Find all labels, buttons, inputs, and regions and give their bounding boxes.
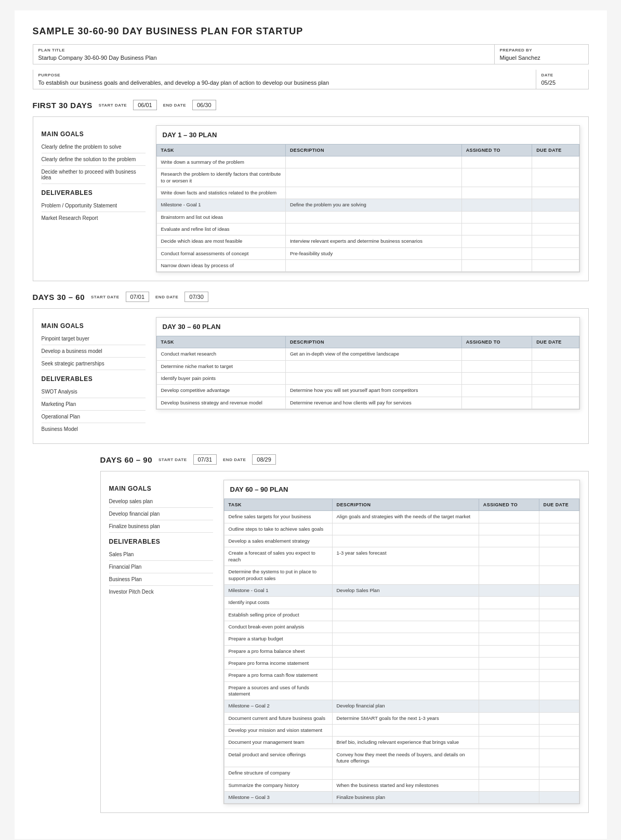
first30-deliverables-title: DELIVERABLES — [42, 189, 146, 196]
cell-assigned — [461, 260, 532, 272]
cell-due — [532, 235, 579, 247]
cell-description — [332, 657, 479, 669]
cell-task: Prepare pro forma income statement — [224, 657, 332, 669]
cell-assigned — [479, 547, 539, 566]
cell-assigned — [461, 187, 532, 199]
cell-task: Document your management team — [224, 737, 332, 749]
first30-th-desc: DESCRIPTION — [285, 145, 461, 156]
days6090-title: DAYS 60 – 90 — [100, 455, 153, 464]
days6090-goals-title: MAIN GOALS — [109, 485, 213, 492]
cell-task: Identify input costs — [224, 597, 332, 609]
days6090-plan-title: DAY 60 – 90 PLAN — [224, 480, 579, 498]
cell-task: Document current and future business goa… — [224, 712, 332, 724]
cell-assigned — [479, 681, 539, 700]
cell-task: Establish selling price of product — [224, 609, 332, 621]
cell-assigned — [479, 792, 539, 804]
days6090-th-due: DUE DATE — [539, 499, 579, 511]
days3060-goal-2: Develop a business model — [42, 345, 146, 358]
days3060-title: DAYS 30 – 60 — [33, 293, 85, 301]
days3060-start-label: START DATE — [91, 295, 119, 299]
cell-description: When the business started and key milest… — [332, 779, 479, 791]
cell-assigned — [479, 645, 539, 657]
cell-description — [332, 670, 479, 681]
cell-task: Identify buyer pain points — [156, 373, 285, 385]
first30-goals-title: MAIN GOALS — [42, 130, 146, 138]
cell-task: Determine niche market to target — [156, 360, 285, 372]
table-row: Determine niche market to target — [156, 360, 579, 372]
cell-due — [532, 168, 579, 187]
cell-assigned — [479, 670, 539, 681]
days3060-del-2: Marketing Plan — [42, 398, 146, 411]
table-row: Milestone – Goal 2Develop financial plan — [224, 700, 579, 712]
cell-description — [285, 187, 461, 199]
days6090-deliverables-title: DELIVERABLES — [109, 538, 213, 545]
table-row: Detail product and service offeringsConv… — [224, 749, 579, 767]
cell-task: Research the problem to identify factors… — [156, 168, 285, 187]
cell-task: Outline steps to take to achieve sales g… — [224, 523, 332, 535]
table-row: Prepare pro forma income statement — [224, 657, 579, 669]
cell-description: Determine SMART goals for the next 1-3 y… — [332, 712, 479, 724]
cell-description — [332, 535, 479, 547]
cell-task: Develop a sales enablement strategy — [224, 535, 332, 547]
cell-task: Milestone – Goal 3 — [224, 792, 332, 804]
cell-due — [539, 749, 579, 767]
cell-due — [539, 712, 579, 724]
table-row: Determine the systems to put in place to… — [224, 566, 579, 585]
table-row: Prepare a pro forma balance sheet — [224, 645, 579, 657]
cell-description — [332, 566, 479, 585]
cell-assigned — [461, 360, 532, 372]
cell-assigned — [461, 397, 532, 409]
cell-task: Write down facts and statistics related … — [156, 187, 285, 199]
cell-description — [285, 168, 461, 187]
cell-description — [332, 633, 479, 645]
table-row: Document your management teamBrief bio, … — [224, 737, 579, 749]
cell-description: Get an in-depth view of the competitive … — [285, 348, 461, 360]
table-row: Develop your mission and vision statemen… — [224, 724, 579, 736]
days6090-section: DAYS 60 – 90 START DATE 07/31 END DATE 0… — [100, 454, 589, 813]
days6090-plan-table-container: DAY 60 – 90 PLAN TASK DESCRIPTION ASSIGN… — [223, 480, 580, 804]
days6090-end-label: END DATE — [223, 457, 246, 462]
table-row: Summarize the company historyWhen the bu… — [224, 779, 579, 791]
cell-due — [539, 779, 579, 791]
cell-task: Define sales targets for your business — [224, 511, 332, 523]
first30-end-label: END DATE — [163, 103, 186, 108]
cell-task: Write down a summary of the problem — [156, 156, 285, 168]
table-row: Conduct formal assessments of conceptPre… — [156, 247, 579, 259]
table-row: Brainstorm and list out ideas — [156, 211, 579, 223]
cell-task: Conduct market research — [156, 348, 285, 360]
cell-due — [539, 566, 579, 585]
cell-assigned — [479, 621, 539, 633]
plan-title-cell: PLAN TITLE Startup Company 30-60-90 Day … — [33, 45, 495, 64]
cell-description — [332, 597, 479, 609]
cell-description — [285, 211, 461, 223]
cell-task: Develop business strategy and revenue mo… — [156, 397, 285, 409]
days3060-deliverables-title: DELIVERABLES — [42, 375, 146, 383]
days6090-del-4: Investor Pitch Deck — [109, 586, 213, 598]
cell-due — [532, 397, 579, 409]
cell-assigned — [479, 779, 539, 791]
days3060-goal-3: Seek strategic partnerships — [42, 358, 146, 370]
cell-assigned — [479, 749, 539, 767]
cell-assigned — [479, 737, 539, 749]
cell-due — [539, 547, 579, 566]
cell-description: Determine how you will set yourself apar… — [285, 385, 461, 397]
cell-due — [532, 156, 579, 168]
days3060-del-4: Business Model — [42, 423, 146, 435]
date-cell: DATE 05/25 — [536, 70, 588, 89]
cell-description: Convey how they meet the needs of buyers… — [332, 749, 479, 767]
table-row: Prepare a startup budget — [224, 633, 579, 645]
first30-table-header-row: TASK DESCRIPTION ASSIGNED TO DUE DATE — [156, 145, 579, 156]
cell-assigned — [461, 385, 532, 397]
cell-description — [332, 523, 479, 535]
days3060-th-assigned: ASSIGNED TO — [461, 336, 532, 348]
table-row: Define structure of company — [224, 767, 579, 779]
days6090-start-date: 07/31 — [193, 454, 217, 465]
cell-assigned — [479, 523, 539, 535]
cell-task: Evaluate and refine list of ideas — [156, 224, 285, 235]
cell-description — [332, 767, 479, 779]
cell-task: Conduct break-even point analysis — [224, 621, 332, 633]
cell-description: Define the problem you are solving — [285, 199, 461, 211]
cell-assigned — [479, 566, 539, 585]
days3060-plan-title: DAY 30 – 60 PLAN — [156, 318, 579, 336]
plan-title-label: PLAN TITLE — [38, 48, 489, 52]
